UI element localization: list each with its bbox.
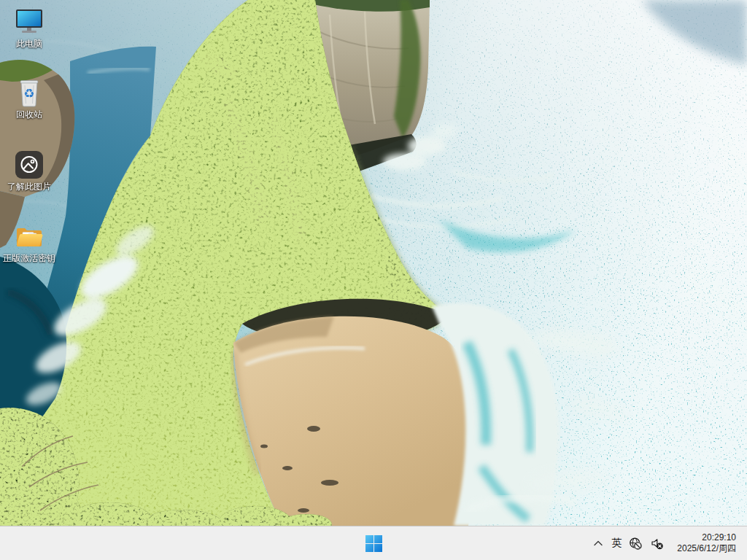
svg-text:♻: ♻ — [23, 86, 34, 101]
chevron-up-icon — [592, 538, 604, 548]
tray-show-hidden-icons-button[interactable] — [589, 529, 608, 558]
clock-date: 2025/6/12/周四 — [677, 543, 736, 554]
volume-button[interactable] — [646, 529, 667, 558]
desktop-icon-label: 了解此图片 — [7, 182, 51, 192]
windows-logo-icon — [365, 535, 382, 552]
desktop-icon-this-pc[interactable]: 此电脑 — [1, 6, 58, 49]
network-button[interactable] — [625, 529, 646, 558]
system-tray: 英 20:29:10 2025/6/12/周四 — [589, 526, 740, 560]
desktop-icon-label: 回收站 — [16, 109, 42, 120]
folder-icon — [13, 220, 45, 252]
desktop: 此电脑 ♻ 回收站 了解此图片 正版激活密钥 — [0, 0, 747, 526]
desktop-icon-learn-about-this-picture[interactable]: 了解此图片 — [1, 149, 58, 192]
globe-no-internet-icon — [629, 537, 643, 551]
desktop-icon-label: 正版激活密钥 — [3, 253, 55, 263]
spotlight-image-icon — [13, 149, 45, 181]
desktop-icon-recycle-bin[interactable]: ♻ 回收站 — [1, 77, 58, 120]
wallpaper-kelingking-beach — [0, 0, 747, 526]
ime-indicator-button[interactable]: 英 — [608, 529, 625, 558]
taskbar: 英 20:29:10 2025/6/12/周四 — [0, 526, 747, 560]
desktop-icon-activation-key-folder[interactable]: 正版激活密钥 — [1, 220, 58, 263]
clock[interactable]: 20:29:10 2025/6/12/周四 — [673, 529, 740, 558]
recycle-bin-icon: ♻ — [13, 77, 45, 109]
clock-time: 20:29:10 — [702, 532, 736, 543]
speaker-muted-icon — [650, 537, 664, 551]
start-button[interactable] — [359, 529, 388, 558]
desktop-icon-label: 此电脑 — [16, 39, 42, 49]
this-pc-icon — [13, 6, 45, 38]
